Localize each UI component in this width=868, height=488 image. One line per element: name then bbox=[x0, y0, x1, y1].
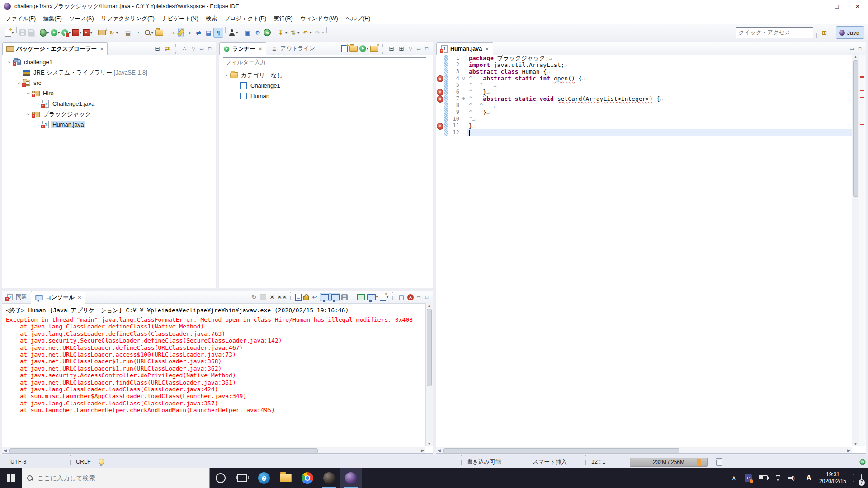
quick-access-input[interactable] bbox=[736, 27, 813, 38]
pin-console-button[interactable] bbox=[356, 293, 366, 301]
mark-occurrences-button[interactable] bbox=[178, 28, 184, 37]
code-line-content[interactable]: package ブラックジャック;↵ bbox=[467, 55, 866, 61]
close-icon[interactable]: ✕ bbox=[485, 47, 489, 52]
scrollbar-thumb[interactable] bbox=[853, 60, 858, 197]
code-line-content[interactable]: abstract class Human {↵ bbox=[467, 68, 866, 75]
focus-on-task-button[interactable]: ∴ bbox=[179, 44, 189, 54]
error-marker-icon[interactable]: × bbox=[437, 75, 443, 82]
dropdown-arrow-icon[interactable]: ▾ bbox=[47, 31, 49, 35]
wifi-icon[interactable] bbox=[774, 473, 782, 483]
dropdown-arrow-icon[interactable]: ▾ bbox=[58, 31, 60, 35]
minimize-button[interactable]: — bbox=[806, 0, 826, 13]
new-launch-configuration-button[interactable] bbox=[340, 44, 349, 53]
tree-item-challenge1[interactable]: ›×challenge1 bbox=[2, 57, 216, 67]
error-marker-icon[interactable]: × bbox=[437, 123, 443, 130]
dropdown-arrow-icon[interactable]: ▾ bbox=[90, 31, 92, 35]
back-button[interactable]: ↶▾ bbox=[300, 28, 312, 38]
scroll-left-icon[interactable]: ◀ bbox=[438, 448, 441, 453]
remove-all-terminated-button[interactable]: ✕✕ bbox=[277, 292, 287, 302]
java-perspective-button[interactable]: Java bbox=[836, 26, 864, 39]
tray-overflow-chevron-icon[interactable]: ∧ bbox=[730, 473, 738, 483]
link-with-editor-button[interactable]: ⇄ bbox=[193, 28, 203, 38]
scrollbar-thumb[interactable] bbox=[427, 309, 432, 386]
close-button[interactable]: ✕ bbox=[847, 0, 868, 13]
dropdown-arrow-icon[interactable]: ▾ bbox=[151, 31, 153, 35]
menu-item-0[interactable]: ファイル(F) bbox=[2, 14, 39, 24]
maximize-button[interactable]: □ bbox=[826, 0, 847, 13]
expander-icon[interactable]: › bbox=[15, 70, 23, 76]
edge-button[interactable]: e bbox=[253, 468, 275, 488]
expand-all-button[interactable]: ⊞ bbox=[396, 44, 406, 54]
dropdown-arrow-icon[interactable]: ▾ bbox=[322, 31, 324, 35]
terminate-button[interactable] bbox=[259, 293, 267, 301]
notification-center-button[interactable]: 7 bbox=[853, 473, 862, 483]
tab-human-java[interactable]: × Human.java ✕ bbox=[436, 42, 493, 55]
run-button[interactable]: ▾ bbox=[50, 28, 61, 37]
start-button[interactable] bbox=[0, 468, 22, 488]
collapse-all-button[interactable]: ⊟ bbox=[387, 44, 396, 54]
clear-console-button[interactable] bbox=[294, 293, 302, 302]
tree-item-src[interactable]: ›×src bbox=[2, 78, 216, 88]
install-software-button[interactable]: ⌁ bbox=[168, 28, 178, 38]
expander-icon[interactable]: › bbox=[6, 59, 13, 66]
scroll-right-icon[interactable]: ▶ bbox=[847, 448, 850, 453]
open-console-view-button[interactable]: ▣ bbox=[243, 28, 253, 38]
new-task-button[interactable]: ▤ bbox=[123, 28, 133, 38]
tab-outline[interactable]: ≣ アウトライン bbox=[266, 42, 319, 55]
taskbar-clock[interactable]: 19:31 2020/02/15 bbox=[819, 471, 846, 485]
save-output-button[interactable] bbox=[340, 293, 349, 301]
profile-button[interactable]: ▾ bbox=[71, 28, 82, 37]
open-task-button[interactable]: ◔ bbox=[133, 28, 143, 38]
runner-filter-input[interactable] bbox=[223, 57, 426, 67]
overview-error-mark[interactable] bbox=[860, 97, 864, 98]
collapse-all-button[interactable]: ⊟ bbox=[152, 44, 162, 54]
expander-icon[interactable]: › bbox=[25, 111, 32, 118]
tab-runner[interactable]: ランナー ✕ bbox=[219, 42, 266, 55]
menu-item-7[interactable]: 実行(R) bbox=[270, 14, 296, 24]
maximize-view-icon[interactable]: □ bbox=[423, 293, 431, 301]
display-selected-console-button[interactable]: ▾ bbox=[366, 293, 379, 301]
show-console-list-button[interactable]: ▤ bbox=[396, 292, 406, 302]
code-line-content[interactable]: }↵ bbox=[467, 122, 866, 129]
battery-icon[interactable] bbox=[759, 473, 768, 483]
open-console-button[interactable]: ▾ bbox=[379, 293, 389, 302]
new-wizard-button[interactable]: ▾ bbox=[4, 28, 14, 38]
expander-icon[interactable]: › bbox=[25, 90, 32, 97]
background-jobs-indicator[interactable] bbox=[854, 455, 866, 468]
dropdown-arrow-icon[interactable]: ▾ bbox=[310, 31, 311, 35]
menu-item-3[interactable]: リファクタリング(T) bbox=[98, 14, 158, 24]
close-icon[interactable]: ✕ bbox=[100, 47, 104, 52]
show-whitespace-button[interactable]: ¶ bbox=[213, 28, 223, 38]
run-selected-button[interactable]: ▾ bbox=[359, 44, 369, 53]
step-filters-button[interactable]: ⇢ bbox=[184, 28, 193, 38]
code-editor[interactable]: 1package ブラックジャック;↵2import java.util.Arr… bbox=[436, 55, 866, 453]
gc-button[interactable] bbox=[711, 455, 722, 468]
code-line-content[interactable] bbox=[467, 129, 866, 136]
code-line-content[interactable]: ^ abstract static int open() {↵ bbox=[467, 75, 866, 82]
menu-item-9[interactable]: ヘルプ(H) bbox=[342, 14, 374, 24]
relaunch-button[interactable]: ↻ bbox=[249, 292, 259, 302]
overview-error-mark[interactable] bbox=[860, 76, 864, 78]
taskbar-search-input[interactable] bbox=[37, 474, 192, 482]
fold-collapse-icon[interactable]: ⊖ bbox=[461, 75, 467, 82]
forward-button[interactable]: ↷▾ bbox=[312, 28, 325, 38]
file-explorer-button[interactable] bbox=[275, 468, 297, 488]
open-perspective-icon[interactable]: ⊞ bbox=[821, 28, 829, 37]
heap-status-widget[interactable]: 232M / 256M bbox=[630, 458, 708, 467]
scroll-left-icon[interactable]: ◀ bbox=[4, 448, 7, 453]
dropdown-arrow-icon[interactable]: ▾ bbox=[236, 31, 238, 35]
minimize-view-icon[interactable]: ▭ bbox=[198, 45, 206, 53]
user-profile-button[interactable]: ▾ bbox=[227, 28, 239, 37]
ime-indicator[interactable]: A bbox=[805, 473, 813, 483]
show-on-stdout-button[interactable] bbox=[320, 293, 330, 301]
coverage-button[interactable]: ▾ bbox=[61, 28, 71, 37]
dropdown-arrow-icon[interactable]: ▾ bbox=[80, 31, 81, 35]
tree-item-human-java[interactable]: ›×Human.java bbox=[2, 119, 216, 130]
task-view-button[interactable] bbox=[231, 468, 253, 488]
tab-package-explorer[interactable]: パッケージ・エクスプローラー ✕ bbox=[2, 42, 108, 55]
code-line-content[interactable]: ^ ^ ↵ bbox=[467, 102, 866, 109]
tree-item-human[interactable]: Human bbox=[219, 91, 433, 101]
tree-item--------[interactable]: ›カテゴリーなし bbox=[219, 70, 433, 80]
maximize-view-icon[interactable]: □ bbox=[423, 45, 431, 53]
editor-horizontal-scrollbar[interactable]: ◀ ▶ bbox=[436, 447, 852, 453]
